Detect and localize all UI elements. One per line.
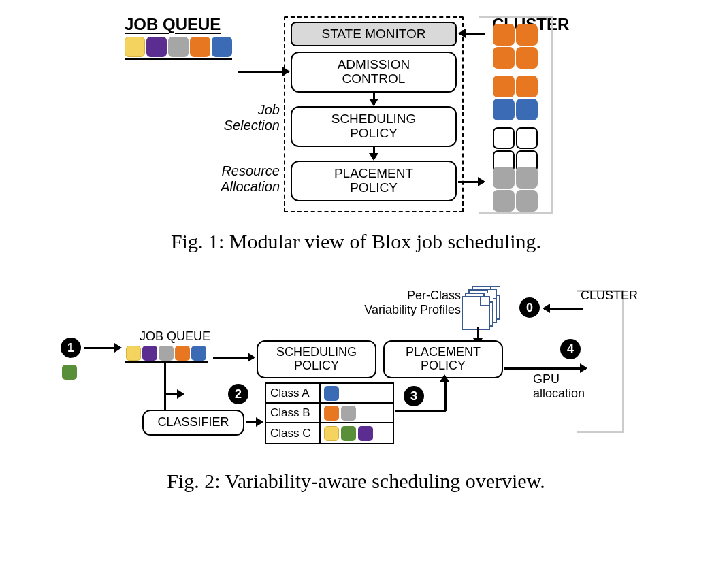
gpu-node — [493, 24, 538, 69]
job-queue — [125, 37, 232, 60]
job-chip — [341, 426, 356, 441]
class-name: Class A — [266, 384, 321, 402]
class-name: Class B — [266, 404, 321, 422]
arrow-icon — [544, 308, 583, 310]
placement-policy-module: PLACEMENT POLICY — [291, 161, 457, 201]
arrow-icon — [373, 147, 375, 159]
placement-policy-module: PLACEMENT POLICY — [383, 340, 503, 378]
arrow-up-icon — [440, 374, 449, 382]
gpu-chip — [516, 24, 538, 46]
module-label: STATE MONITOR — [321, 27, 425, 42]
module-label: ADMISSION CONTROL — [338, 58, 410, 86]
arrow-icon — [504, 368, 586, 370]
badge-3: 3 — [404, 386, 424, 406]
gpu-node — [493, 127, 538, 172]
gpu-chip — [493, 47, 515, 69]
gpu-chip — [493, 24, 515, 46]
arrow-icon — [246, 421, 262, 423]
cluster-title: CLUSTER — [581, 289, 638, 303]
job-chip — [212, 37, 232, 57]
classifier-module: CLASSIFIER — [142, 410, 244, 436]
job-chip — [191, 346, 206, 361]
arrow-icon — [84, 347, 120, 349]
cluster-panel — [577, 290, 624, 433]
gpu-chip — [516, 127, 538, 149]
gpu-allocation-label: GPU allocation — [533, 372, 615, 401]
fig2-caption: Fig. 2: Variability-aware scheduling ove… — [34, 470, 678, 493]
fig1-diagram: JOB QUEUE CLUSTER STATE MONITOR ADMISSIO… — [111, 14, 601, 218]
gpu-chip — [516, 167, 538, 189]
badge-0: 0 — [519, 297, 540, 318]
gpu-chip — [516, 47, 538, 69]
class-chips — [321, 386, 342, 401]
incoming-job-chip — [62, 365, 77, 380]
job-chip — [358, 426, 373, 441]
gpu-node — [493, 76, 538, 120]
cluster-panel — [479, 16, 553, 214]
figure-2: CLUSTER Per-Class Variability Profiles 0… — [34, 280, 678, 493]
module-label: PLACEMENT POLICY — [406, 346, 481, 373]
class-chips — [321, 426, 376, 441]
profiles-icon — [462, 286, 503, 327]
job-chip — [125, 37, 145, 57]
job-chip — [159, 346, 174, 361]
gpu-chip — [493, 127, 515, 149]
gpu-chip — [516, 99, 538, 120]
job-selection-label: Job Selection — [212, 102, 280, 133]
gpu-chip — [493, 190, 515, 212]
job-chip — [175, 346, 190, 361]
arrow-icon — [373, 93, 375, 105]
module-label: SCHEDULING POLICY — [331, 112, 417, 141]
fig2-diagram: CLUSTER Per-Class Variability Profiles 0… — [56, 280, 656, 457]
badge-1: 1 — [61, 338, 81, 358]
state-monitor-module: STATE MONITOR — [291, 22, 457, 46]
module-label: PLACEMENT POLICY — [334, 167, 413, 195]
gpu-chip — [516, 190, 538, 212]
arrow-icon — [213, 357, 254, 359]
module-label: CLASSIFIER — [157, 416, 229, 429]
table-row: Class C — [266, 423, 393, 443]
job-chip — [168, 37, 189, 57]
module-label: SCHEDULING POLICY — [276, 346, 357, 373]
badge-4: 4 — [560, 339, 581, 359]
class-chips — [321, 406, 359, 421]
line — [395, 410, 446, 412]
fig1-caption: Fig. 1: Modular view of Blox job schedul… — [34, 230, 678, 253]
job-chip — [190, 37, 210, 57]
table-row: Class B — [266, 404, 393, 423]
figure-1: JOB QUEUE CLUSTER STATE MONITOR ADMISSIO… — [34, 14, 678, 253]
resource-allocation-label: Resource Allocation — [206, 163, 280, 195]
gpu-chip — [516, 76, 538, 97]
job-chip — [126, 346, 141, 361]
gpu-node — [493, 167, 538, 212]
badge-2: 2 — [228, 384, 248, 404]
job-queue-title: JOB QUEUE — [125, 15, 221, 34]
table-row: Class A — [266, 384, 393, 404]
class-name: Class C — [266, 423, 321, 443]
job-chip — [341, 406, 356, 421]
job-chip — [324, 386, 339, 401]
class-table: Class A Class B Class C — [265, 382, 394, 444]
job-queue-title: JOB QUEUE — [140, 329, 210, 344]
gpu-chip — [493, 167, 515, 189]
gpu-chip — [493, 76, 515, 97]
job-chip — [146, 37, 167, 57]
gpu-chip — [493, 99, 515, 120]
perclass-label: Per-Class Variability Profiles — [331, 289, 461, 317]
admission-control-module: ADMISSION CONTROL — [291, 52, 457, 93]
job-chip — [324, 426, 339, 441]
arrow-icon — [164, 393, 183, 395]
job-queue — [125, 346, 208, 363]
scheduling-policy-module: SCHEDULING POLICY — [291, 106, 457, 147]
job-chip — [142, 346, 157, 361]
arrow-icon — [238, 71, 289, 73]
job-chip — [324, 406, 339, 421]
line — [444, 380, 447, 411]
scheduling-policy-module: SCHEDULING POLICY — [257, 340, 376, 378]
